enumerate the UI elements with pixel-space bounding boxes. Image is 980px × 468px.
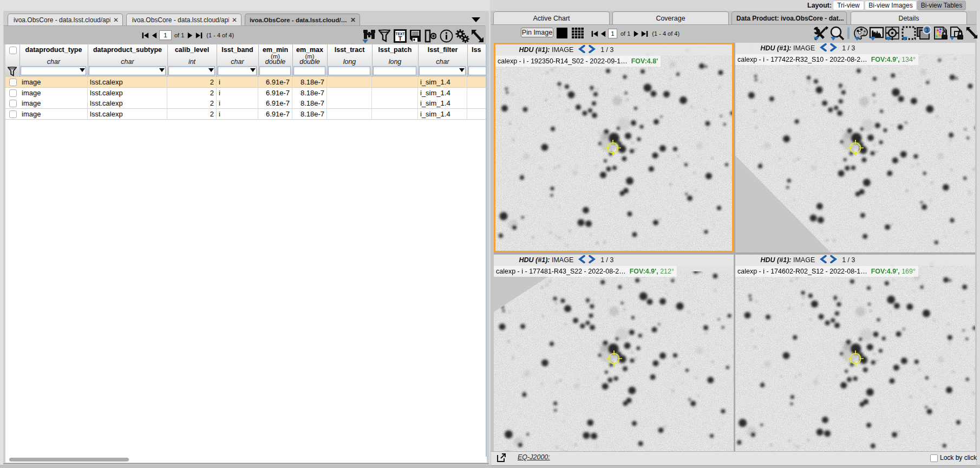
svg-text:T: T bbox=[398, 35, 402, 42]
svg-text:3: 3 bbox=[925, 27, 929, 34]
